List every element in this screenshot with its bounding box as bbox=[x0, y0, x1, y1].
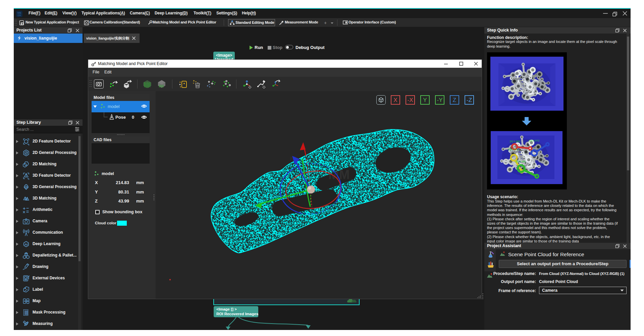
svg-text:[0] 0.962: [0] 0.962 bbox=[508, 148, 519, 151]
svg-text:AI: AI bbox=[25, 243, 28, 246]
svg-text:[0] 0.981: [0] 0.981 bbox=[516, 160, 526, 163]
svg-text:[0] 0.972: [0] 0.972 bbox=[529, 139, 540, 142]
svg-text:[0] 0.983: [0] 0.983 bbox=[510, 140, 521, 143]
